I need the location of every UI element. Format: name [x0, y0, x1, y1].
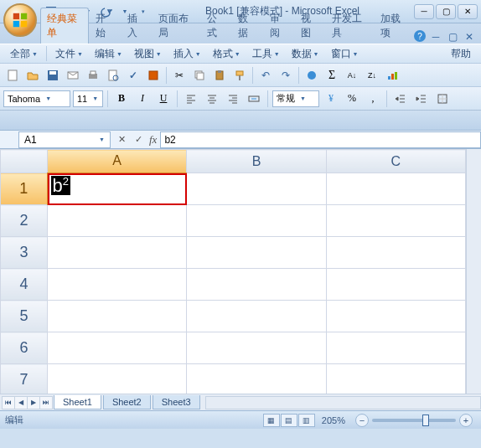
fx-icon[interactable]: fx — [149, 133, 157, 147]
tab-nav-prev-icon[interactable]: ◀ — [14, 396, 28, 409]
zoom-out-button[interactable]: − — [355, 414, 369, 427]
col-header-a[interactable]: A — [48, 150, 187, 173]
cell-c1[interactable] — [326, 173, 465, 205]
cell-c7[interactable] — [326, 364, 465, 394]
menu-file[interactable]: 文件▼ — [50, 45, 88, 63]
research-icon[interactable] — [144, 66, 163, 85]
menu-tools[interactable]: 工具▼ — [247, 45, 285, 63]
minimize-button[interactable]: ─ — [414, 4, 434, 19]
row-header-7[interactable]: 7 — [1, 364, 48, 394]
align-left-icon[interactable] — [182, 90, 200, 108]
row-header-6[interactable]: 6 — [1, 332, 48, 364]
paste-icon[interactable] — [210, 66, 229, 85]
confirm-edit-icon[interactable]: ✓ — [131, 132, 146, 147]
redo-icon-tb[interactable]: ↷ — [277, 66, 295, 85]
vertical-scrollbar[interactable] — [466, 149, 481, 394]
menu-data[interactable]: 数据▼ — [287, 45, 324, 63]
cell-b5[interactable] — [187, 301, 326, 332]
tab-home[interactable]: 开始 — [89, 8, 120, 44]
align-right-icon[interactable] — [224, 90, 242, 108]
increase-indent-icon[interactable] — [412, 90, 431, 108]
office-button[interactable] — [3, 3, 37, 37]
currency-icon[interactable]: ¥ — [322, 90, 340, 108]
row-header-4[interactable]: 4 — [1, 269, 48, 301]
name-box[interactable]: A1▼ — [18, 131, 111, 148]
chart-icon[interactable] — [383, 66, 401, 85]
tab-data[interactable]: 数据 — [231, 8, 262, 44]
menu-view[interactable]: 视图▼ — [129, 45, 167, 63]
menu-window[interactable]: 窗口▼ — [326, 45, 364, 63]
tab-formulas[interactable]: 公式 — [200, 8, 231, 44]
open-icon[interactable] — [23, 66, 42, 85]
tab-classic-menu[interactable]: 经典菜单 — [40, 8, 89, 44]
print-preview-icon[interactable] — [104, 66, 122, 85]
hyperlink-icon[interactable] — [303, 66, 321, 85]
tab-nav-next-icon[interactable]: ▶ — [27, 396, 40, 409]
cell-a1[interactable]: b2 — [48, 173, 187, 205]
menu-insert[interactable]: 插入▼ — [168, 45, 206, 63]
font-name-combo[interactable]: Tahoma▼ — [3, 90, 70, 107]
tab-nav-last-icon[interactable]: ⏭ — [39, 396, 53, 409]
cell-b1[interactable] — [187, 173, 326, 205]
row-header-5[interactable]: 5 — [1, 301, 48, 332]
help-icon[interactable]: ? — [414, 30, 426, 42]
menu-all[interactable]: 全部▼ — [5, 45, 43, 63]
cell-a4[interactable] — [48, 269, 187, 301]
percent-icon[interactable]: % — [343, 90, 361, 108]
menu-edit[interactable]: 编辑▼ — [90, 45, 127, 63]
cell-a5[interactable] — [48, 301, 187, 332]
cell-c3[interactable] — [326, 237, 465, 269]
mdi-close-icon[interactable]: ✕ — [463, 30, 476, 44]
spell-icon[interactable]: ✓ — [124, 66, 142, 85]
save-icon-tb[interactable] — [44, 66, 62, 85]
decrease-indent-icon[interactable] — [391, 90, 410, 108]
undo-icon-tb[interactable]: ↶ — [256, 66, 275, 85]
view-normal-icon[interactable]: ▦ — [263, 414, 280, 427]
italic-button[interactable]: I — [133, 90, 152, 108]
print-icon[interactable] — [84, 66, 102, 85]
number-format-combo[interactable]: 常规▼ — [272, 90, 319, 107]
bold-button[interactable]: B — [112, 90, 131, 108]
zoom-in-button[interactable]: + — [459, 414, 473, 427]
mail-icon[interactable] — [64, 66, 82, 85]
tab-view[interactable]: 视图 — [294, 8, 325, 44]
zoom-slider[interactable] — [372, 419, 456, 422]
zoom-level[interactable]: 205% — [322, 415, 345, 425]
sort-asc-icon[interactable]: A↓ — [343, 66, 361, 85]
sort-desc-icon[interactable]: Z↓ — [363, 66, 381, 85]
formula-input[interactable] — [160, 131, 481, 148]
tab-insert[interactable]: 插入 — [121, 8, 152, 44]
cell-a2[interactable] — [48, 205, 187, 237]
row-header-3[interactable]: 3 — [1, 237, 48, 269]
tab-addins[interactable]: 加载项 — [374, 8, 414, 44]
grid[interactable]: A B C 1 b2 2 3 4 5 6 7 — [0, 149, 466, 394]
sheet-tab-1[interactable]: Sheet1 — [54, 395, 101, 409]
select-all-corner[interactable] — [1, 150, 48, 173]
cut-icon[interactable]: ✂ — [170, 66, 189, 85]
view-pagelayout-icon[interactable]: ▤ — [281, 414, 297, 427]
cell-b7[interactable] — [187, 364, 326, 394]
view-pagebreak-icon[interactable]: ▥ — [298, 414, 315, 427]
new-icon[interactable] — [3, 66, 22, 85]
ribbon-minimize-icon[interactable]: ─ — [429, 30, 442, 44]
menu-help[interactable]: 帮助 — [446, 45, 476, 63]
cell-b3[interactable] — [187, 237, 326, 269]
cancel-edit-icon[interactable]: ✕ — [114, 132, 129, 147]
copy-icon[interactable] — [190, 66, 209, 85]
cell-a7[interactable] — [48, 364, 187, 394]
cell-b2[interactable] — [187, 205, 326, 237]
col-header-b[interactable]: B — [187, 150, 326, 173]
close-button[interactable]: ✕ — [458, 4, 478, 19]
col-header-c[interactable]: C — [326, 150, 465, 173]
cell-a3[interactable] — [48, 237, 187, 269]
cell-c6[interactable] — [326, 332, 465, 364]
align-center-icon[interactable] — [203, 90, 221, 108]
borders-icon[interactable] — [433, 90, 452, 108]
tab-nav-first-icon[interactable]: ⏮ — [2, 396, 15, 409]
underline-button[interactable]: U — [154, 90, 173, 108]
mdi-restore-icon[interactable]: ▢ — [446, 30, 459, 44]
tab-developer[interactable]: 开发工具 — [325, 8, 374, 44]
cell-c2[interactable] — [326, 205, 465, 237]
row-header-2[interactable]: 2 — [1, 205, 48, 237]
menu-format[interactable]: 格式▼ — [208, 45, 246, 63]
